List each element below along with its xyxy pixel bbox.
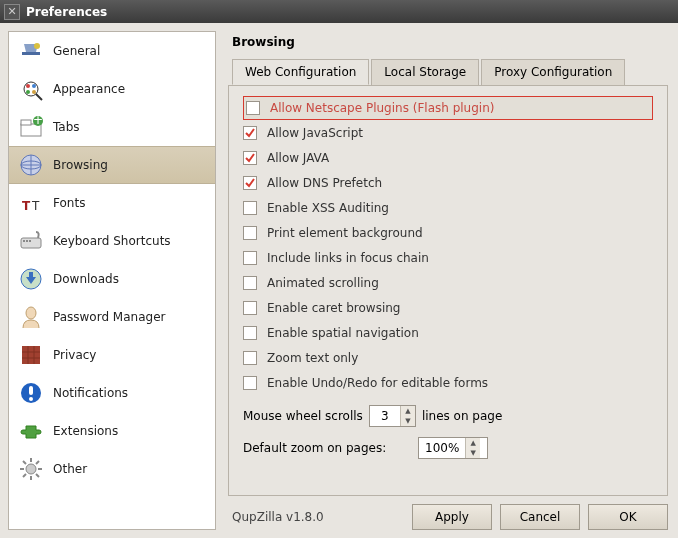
- sidebar-item-label: Keyboard Shortcuts: [53, 234, 171, 248]
- svg-point-4: [26, 84, 30, 88]
- titlebar: ✕ Preferences: [0, 0, 678, 23]
- spin-down-icon[interactable]: ▼: [401, 416, 415, 426]
- tab-bar: Web ConfigurationLocal StorageProxy Conf…: [232, 58, 668, 84]
- svg-rect-26: [22, 346, 40, 364]
- zoom-input[interactable]: [419, 438, 465, 458]
- option-label: Allow JavaScript: [267, 126, 363, 140]
- tab-proxy-configuration[interactable]: Proxy Configuration: [481, 59, 625, 85]
- sidebar-item-label: General: [53, 44, 100, 58]
- checkbox[interactable]: [243, 301, 257, 315]
- appearance-icon: [17, 75, 45, 103]
- sidebar-item-label: Appearance: [53, 82, 125, 96]
- ok-button[interactable]: OK: [588, 504, 668, 530]
- close-icon[interactable]: ✕: [4, 4, 20, 20]
- wheel-scroll-row: Mouse wheel scrolls ▲▼ lines on page: [243, 405, 653, 427]
- sidebar-item-label: Password Manager: [53, 310, 165, 324]
- sidebar-item-general[interactable]: General: [9, 32, 215, 70]
- wheel-suffix: lines on page: [422, 409, 502, 423]
- svg-rect-3: [24, 82, 38, 96]
- notifications-icon: [17, 379, 45, 407]
- svg-rect-0: [22, 52, 40, 55]
- sidebar-item-label: Tabs: [53, 120, 80, 134]
- sidebar-item-password[interactable]: Password Manager: [9, 298, 215, 336]
- spin-down-icon[interactable]: ▼: [466, 448, 480, 458]
- option-label: Allow Netscape Plugins (Flash plugin): [270, 101, 494, 115]
- svg-rect-21: [26, 240, 28, 242]
- spin-up-icon[interactable]: ▲: [466, 438, 480, 448]
- wheel-lines-spinbox[interactable]: ▲▼: [369, 405, 416, 427]
- svg-line-41: [36, 461, 39, 464]
- sidebar-item-tabs[interactable]: +Tabs: [9, 108, 215, 146]
- wheel-prefix: Mouse wheel scrolls: [243, 409, 363, 423]
- option-row: Allow Netscape Plugins (Flash plugin): [243, 96, 653, 120]
- sidebar-item-browsing[interactable]: Browsing: [9, 146, 215, 184]
- option-label: Animated scrolling: [267, 276, 379, 290]
- zoom-spinbox[interactable]: ▲▼: [418, 437, 488, 459]
- sidebar-item-appearance[interactable]: Appearance: [9, 70, 215, 108]
- wheel-lines-input[interactable]: [370, 406, 400, 426]
- svg-line-42: [23, 474, 26, 477]
- window-title: Preferences: [26, 5, 107, 19]
- option-row: Animated scrolling: [243, 271, 653, 295]
- checkbox[interactable]: [243, 326, 257, 340]
- browsing-icon: [17, 151, 45, 179]
- sidebar-item-other[interactable]: Other: [9, 450, 215, 488]
- checkbox[interactable]: [243, 151, 257, 165]
- sidebar-item-privacy[interactable]: Privacy: [9, 336, 215, 374]
- password-icon: [17, 303, 45, 331]
- sidebar-item-notifications[interactable]: Notifications: [9, 374, 215, 412]
- option-row: Enable caret browsing: [243, 296, 653, 320]
- option-row: Allow JAVA: [243, 146, 653, 170]
- option-label: Enable caret browsing: [267, 301, 400, 315]
- general-icon: [17, 37, 45, 65]
- option-label: Enable XSS Auditing: [267, 201, 389, 215]
- svg-rect-22: [29, 240, 31, 242]
- version-label: QupZilla v1.8.0: [232, 510, 404, 524]
- svg-point-5: [32, 84, 36, 88]
- sidebar-item-fonts[interactable]: TTFonts: [9, 184, 215, 222]
- svg-rect-10: [21, 120, 31, 125]
- fonts-icon: TT: [17, 189, 45, 217]
- checkbox[interactable]: [243, 126, 257, 140]
- checkbox[interactable]: [246, 101, 260, 115]
- checkbox[interactable]: [243, 201, 257, 215]
- checkbox[interactable]: [243, 351, 257, 365]
- sidebar-item-downloads[interactable]: Downloads: [9, 260, 215, 298]
- sidebar-item-keyboard[interactable]: Keyboard Shortcuts: [9, 222, 215, 260]
- checkbox[interactable]: [243, 276, 257, 290]
- sidebar-item-label: Privacy: [53, 348, 96, 362]
- cancel-button[interactable]: Cancel: [500, 504, 580, 530]
- svg-rect-19: [21, 238, 41, 248]
- svg-point-7: [32, 90, 36, 94]
- sidebar-item-label: Extensions: [53, 424, 118, 438]
- apply-button[interactable]: Apply: [412, 504, 492, 530]
- svg-point-34: [26, 464, 36, 474]
- keyboard-icon: [17, 227, 45, 255]
- svg-line-40: [36, 474, 39, 477]
- svg-point-25: [26, 307, 36, 319]
- svg-rect-32: [29, 386, 33, 395]
- checkbox[interactable]: [243, 251, 257, 265]
- extensions-icon: [17, 417, 45, 445]
- option-label: Enable Undo/Redo for editable forms: [267, 376, 488, 390]
- spin-up-icon[interactable]: ▲: [401, 406, 415, 416]
- checkbox[interactable]: [243, 176, 257, 190]
- sidebar-item-label: Fonts: [53, 196, 85, 210]
- option-label: Allow DNS Prefetch: [267, 176, 382, 190]
- tab-web-configuration[interactable]: Web Configuration: [232, 59, 369, 85]
- downloads-icon: [17, 265, 45, 293]
- option-row: Enable spatial navigation: [243, 321, 653, 345]
- option-row: Zoom text only: [243, 346, 653, 370]
- option-label: Include links in focus chain: [267, 251, 429, 265]
- option-label: Enable spatial navigation: [267, 326, 419, 340]
- sidebar-item-extensions[interactable]: Extensions: [9, 412, 215, 450]
- privacy-icon: [17, 341, 45, 369]
- sidebar-item-label: Downloads: [53, 272, 119, 286]
- svg-text:T: T: [31, 199, 40, 213]
- checkbox[interactable]: [243, 376, 257, 390]
- tab-local-storage[interactable]: Local Storage: [371, 59, 479, 85]
- option-row: Allow JavaScript: [243, 121, 653, 145]
- sidebar-item-label: Notifications: [53, 386, 128, 400]
- checkbox[interactable]: [243, 226, 257, 240]
- option-label: Allow JAVA: [267, 151, 329, 165]
